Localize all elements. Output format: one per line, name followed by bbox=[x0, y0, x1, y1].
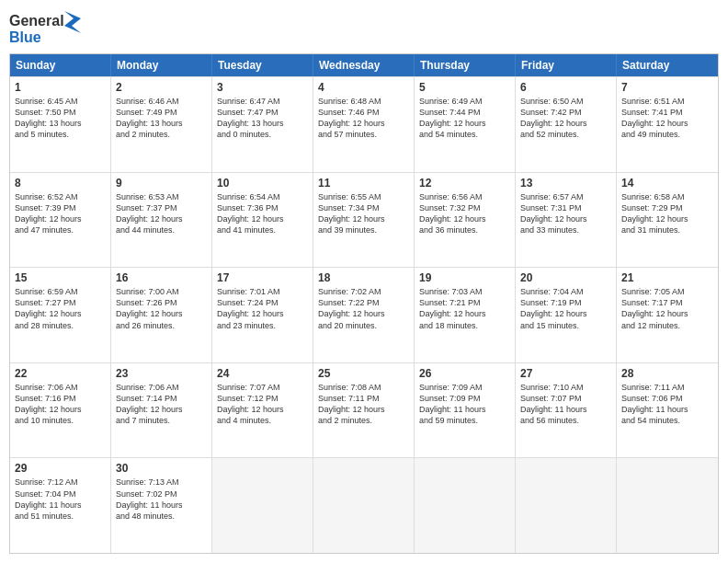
calendar-cell: 22Sunrise: 7:06 AMSunset: 7:16 PMDayligh… bbox=[10, 363, 111, 458]
cell-content: Sunrise: 7:12 AMSunset: 7:04 PMDaylight:… bbox=[15, 477, 106, 522]
calendar-cell: 6Sunrise: 6:50 AMSunset: 7:42 PMDaylight… bbox=[516, 77, 617, 172]
calendar-cell bbox=[212, 458, 313, 553]
svg-text:Blue: Blue bbox=[9, 29, 41, 45]
day-number: 1 bbox=[15, 81, 106, 94]
cell-content: Sunrise: 6:52 AMSunset: 7:39 PMDaylight:… bbox=[15, 191, 106, 236]
header-day-tuesday: Tuesday bbox=[212, 54, 313, 76]
cell-content: Sunrise: 7:06 AMSunset: 7:16 PMDaylight:… bbox=[15, 382, 106, 427]
cell-content: Sunrise: 7:07 AMSunset: 7:12 PMDaylight:… bbox=[217, 382, 308, 427]
cell-content: Sunrise: 6:49 AMSunset: 7:44 PMDaylight:… bbox=[419, 96, 510, 141]
cell-content: Sunrise: 7:06 AMSunset: 7:14 PMDaylight:… bbox=[116, 382, 207, 427]
cell-content: Sunrise: 6:57 AMSunset: 7:31 PMDaylight:… bbox=[520, 191, 611, 236]
calendar-cell: 30Sunrise: 7:13 AMSunset: 7:02 PMDayligh… bbox=[111, 458, 212, 553]
cell-content: Sunrise: 7:08 AMSunset: 7:11 PMDaylight:… bbox=[318, 382, 409, 427]
calendar-cell: 28Sunrise: 7:11 AMSunset: 7:06 PMDayligh… bbox=[617, 363, 718, 458]
cell-content: Sunrise: 7:13 AMSunset: 7:02 PMDaylight:… bbox=[116, 477, 207, 522]
cell-content: Sunrise: 6:59 AMSunset: 7:27 PMDaylight:… bbox=[15, 286, 106, 331]
day-number: 2 bbox=[116, 81, 207, 94]
day-number: 5 bbox=[419, 81, 510, 94]
cell-content: Sunrise: 7:01 AMSunset: 7:24 PMDaylight:… bbox=[217, 286, 308, 331]
calendar-row-1: 1Sunrise: 6:45 AMSunset: 7:50 PMDaylight… bbox=[10, 76, 718, 172]
calendar-cell: 21Sunrise: 7:05 AMSunset: 7:17 PMDayligh… bbox=[617, 268, 718, 362]
day-number: 21 bbox=[621, 271, 713, 284]
cell-content: Sunrise: 6:58 AMSunset: 7:29 PMDaylight:… bbox=[621, 191, 713, 236]
day-number: 8 bbox=[15, 177, 106, 190]
day-number: 29 bbox=[15, 462, 106, 475]
calendar-cell bbox=[516, 458, 617, 553]
calendar-row-4: 22Sunrise: 7:06 AMSunset: 7:16 PMDayligh… bbox=[10, 362, 718, 458]
header-day-sunday: Sunday bbox=[10, 54, 111, 76]
calendar-header: SundayMondayTuesdayWednesdayThursdayFrid… bbox=[10, 54, 718, 76]
cell-content: Sunrise: 6:45 AMSunset: 7:50 PMDaylight:… bbox=[15, 96, 106, 141]
cell-content: Sunrise: 7:11 AMSunset: 7:06 PMDaylight:… bbox=[621, 382, 713, 427]
logo: GeneralBlue bbox=[9, 9, 83, 46]
calendar-cell: 16Sunrise: 7:00 AMSunset: 7:26 PMDayligh… bbox=[111, 268, 212, 362]
calendar-cell: 29Sunrise: 7:12 AMSunset: 7:04 PMDayligh… bbox=[10, 458, 111, 553]
header-day-saturday: Saturday bbox=[617, 54, 718, 76]
day-number: 28 bbox=[621, 367, 713, 380]
calendar-cell: 14Sunrise: 6:58 AMSunset: 7:29 PMDayligh… bbox=[617, 173, 718, 268]
cell-content: Sunrise: 6:51 AMSunset: 7:41 PMDaylight:… bbox=[621, 96, 713, 141]
calendar-cell: 23Sunrise: 7:06 AMSunset: 7:14 PMDayligh… bbox=[111, 363, 212, 458]
cell-content: Sunrise: 7:02 AMSunset: 7:22 PMDaylight:… bbox=[318, 286, 409, 331]
day-number: 24 bbox=[217, 367, 308, 380]
day-number: 26 bbox=[419, 367, 510, 380]
svg-text:General: General bbox=[9, 13, 64, 29]
day-number: 3 bbox=[217, 81, 308, 94]
cell-content: Sunrise: 6:46 AMSunset: 7:49 PMDaylight:… bbox=[116, 96, 207, 141]
calendar-row-2: 8Sunrise: 6:52 AMSunset: 7:39 PMDaylight… bbox=[10, 172, 718, 268]
day-number: 18 bbox=[318, 271, 409, 284]
calendar-cell: 17Sunrise: 7:01 AMSunset: 7:24 PMDayligh… bbox=[212, 268, 313, 362]
cell-content: Sunrise: 6:48 AMSunset: 7:46 PMDaylight:… bbox=[318, 96, 409, 141]
svg-marker-2 bbox=[64, 11, 81, 33]
cell-content: Sunrise: 6:54 AMSunset: 7:36 PMDaylight:… bbox=[217, 191, 308, 236]
calendar-cell: 2Sunrise: 6:46 AMSunset: 7:49 PMDaylight… bbox=[111, 77, 212, 172]
day-number: 23 bbox=[116, 367, 207, 380]
calendar-cell: 1Sunrise: 6:45 AMSunset: 7:50 PMDaylight… bbox=[10, 77, 111, 172]
cell-content: Sunrise: 6:53 AMSunset: 7:37 PMDaylight:… bbox=[116, 191, 207, 236]
calendar-cell: 10Sunrise: 6:54 AMSunset: 7:36 PMDayligh… bbox=[212, 173, 313, 268]
day-number: 7 bbox=[621, 81, 713, 94]
day-number: 22 bbox=[15, 367, 106, 380]
calendar-cell: 26Sunrise: 7:09 AMSunset: 7:09 PMDayligh… bbox=[415, 363, 516, 458]
calendar-cell bbox=[313, 458, 415, 553]
calendar-cell: 3Sunrise: 6:47 AMSunset: 7:47 PMDaylight… bbox=[212, 77, 313, 172]
cell-content: Sunrise: 7:10 AMSunset: 7:07 PMDaylight:… bbox=[520, 382, 611, 427]
day-number: 14 bbox=[621, 177, 713, 190]
calendar-cell bbox=[415, 458, 516, 553]
cell-content: Sunrise: 7:09 AMSunset: 7:09 PMDaylight:… bbox=[419, 382, 510, 427]
calendar-cell: 19Sunrise: 7:03 AMSunset: 7:21 PMDayligh… bbox=[415, 268, 516, 362]
header-day-wednesday: Wednesday bbox=[313, 54, 415, 76]
header: GeneralBlue bbox=[9, 9, 719, 46]
header-day-friday: Friday bbox=[516, 54, 617, 76]
calendar-cell: 13Sunrise: 6:57 AMSunset: 7:31 PMDayligh… bbox=[516, 173, 617, 268]
calendar-cell: 9Sunrise: 6:53 AMSunset: 7:37 PMDaylight… bbox=[111, 173, 212, 268]
day-number: 10 bbox=[217, 177, 308, 190]
cell-content: Sunrise: 7:04 AMSunset: 7:19 PMDaylight:… bbox=[520, 286, 611, 331]
cell-content: Sunrise: 7:05 AMSunset: 7:17 PMDaylight:… bbox=[621, 286, 713, 331]
day-number: 19 bbox=[419, 271, 510, 284]
calendar-cell: 20Sunrise: 7:04 AMSunset: 7:19 PMDayligh… bbox=[516, 268, 617, 362]
day-number: 12 bbox=[419, 177, 510, 190]
calendar-row-5: 29Sunrise: 7:12 AMSunset: 7:04 PMDayligh… bbox=[10, 457, 718, 553]
calendar-cell: 15Sunrise: 6:59 AMSunset: 7:27 PMDayligh… bbox=[10, 268, 111, 362]
day-number: 13 bbox=[520, 177, 611, 190]
day-number: 30 bbox=[116, 462, 207, 475]
day-number: 27 bbox=[520, 367, 611, 380]
day-number: 25 bbox=[318, 367, 409, 380]
logo-svg: GeneralBlue bbox=[9, 9, 83, 46]
calendar-cell: 24Sunrise: 7:07 AMSunset: 7:12 PMDayligh… bbox=[212, 363, 313, 458]
cell-content: Sunrise: 6:55 AMSunset: 7:34 PMDaylight:… bbox=[318, 191, 409, 236]
calendar-cell: 18Sunrise: 7:02 AMSunset: 7:22 PMDayligh… bbox=[313, 268, 415, 362]
header-day-monday: Monday bbox=[111, 54, 212, 76]
calendar-cell: 8Sunrise: 6:52 AMSunset: 7:39 PMDaylight… bbox=[10, 173, 111, 268]
cell-content: Sunrise: 6:50 AMSunset: 7:42 PMDaylight:… bbox=[520, 96, 611, 141]
day-number: 20 bbox=[520, 271, 611, 284]
day-number: 17 bbox=[217, 271, 308, 284]
cell-content: Sunrise: 6:47 AMSunset: 7:47 PMDaylight:… bbox=[217, 96, 308, 141]
calendar-cell bbox=[617, 458, 718, 553]
day-number: 11 bbox=[318, 177, 409, 190]
calendar-cell: 27Sunrise: 7:10 AMSunset: 7:07 PMDayligh… bbox=[516, 363, 617, 458]
calendar: SundayMondayTuesdayWednesdayThursdayFrid… bbox=[9, 53, 719, 554]
calendar-cell: 25Sunrise: 7:08 AMSunset: 7:11 PMDayligh… bbox=[313, 363, 415, 458]
